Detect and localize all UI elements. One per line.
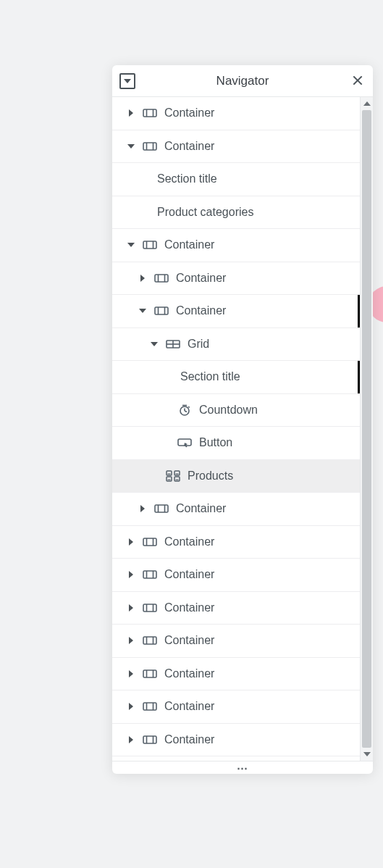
tree-row-label: Container [164, 140, 214, 153]
tree-row[interactable]: Grid [112, 328, 360, 362]
scrollbar[interactable] [360, 97, 373, 761]
panel-header: Navigator [112, 65, 373, 97]
collapse-panel-button[interactable] [119, 73, 135, 89]
tree-row[interactable]: Container [112, 295, 360, 328]
tree-row-label: Button [199, 436, 232, 449]
tree-row[interactable]: Products [112, 460, 360, 493]
element-tree: ContainerContainerSection titleProduct c… [112, 97, 360, 761]
tree-row[interactable]: Container [112, 97, 360, 130]
tree-row-label: Products [188, 470, 233, 483]
container-icon [143, 239, 157, 251]
container-icon [143, 668, 157, 680]
container-icon [143, 569, 157, 580]
tree-row-label: Container [176, 304, 226, 317]
tree-row-label: Container [164, 700, 214, 713]
container-icon [154, 503, 169, 514]
tree-row[interactable]: Container [112, 493, 360, 526]
tree-row-label: Section title [180, 370, 240, 383]
tree-row[interactable]: Countdown [112, 394, 360, 427]
tree-row[interactable]: Container [112, 592, 360, 625]
tree-row[interactable]: Container [112, 658, 360, 691]
tree-row-label: Product categories [157, 206, 253, 219]
panel-title: Navigator [135, 74, 350, 88]
scroll-up-icon[interactable] [361, 97, 373, 110]
resize-handle[interactable]: ⋯ [112, 761, 373, 774]
tree-row-label: Container [164, 667, 214, 680]
tree-row[interactable]: Container [112, 559, 360, 592]
container-icon [143, 107, 157, 119]
tree-row-label: Container [164, 107, 214, 120]
tree-row[interactable]: Container [112, 690, 360, 724]
close-icon[interactable] [350, 73, 366, 89]
navigator-panel: Navigator ContainerContainerSection titl… [112, 65, 373, 774]
tree-row[interactable]: Button [112, 427, 360, 460]
tree-row[interactable]: Section title [112, 163, 360, 196]
caret-down-icon[interactable] [127, 241, 135, 249]
caret-right-icon[interactable] [127, 636, 135, 645]
container-icon [154, 272, 169, 284]
tree-row[interactable]: Container [112, 130, 360, 164]
tree-row[interactable]: Section title [112, 361, 360, 394]
container-icon [154, 305, 169, 317]
tree-wrap: ContainerContainerSection titleProduct c… [112, 97, 373, 761]
tree-row[interactable]: Container [112, 229, 360, 262]
caret-right-icon[interactable] [127, 109, 135, 117]
tree-row-label: Container [176, 502, 226, 515]
tree-row-label: Countdown [199, 404, 258, 417]
container-icon [143, 536, 157, 548]
resize-handle-glyph: ⋯ [237, 761, 249, 775]
caret-right-icon[interactable] [138, 274, 147, 283]
caret-right-icon[interactable] [127, 538, 135, 546]
caret-right-icon[interactable] [127, 735, 135, 744]
scroll-thumb[interactable] [362, 110, 371, 748]
tree-row-label: Container [164, 634, 214, 647]
container-icon [143, 734, 157, 746]
container-icon [143, 635, 157, 646]
tree-row[interactable]: Container [112, 724, 360, 757]
caret-down-icon[interactable] [138, 306, 147, 315]
caret-down-icon[interactable] [127, 142, 135, 151]
caret-right-icon[interactable] [127, 570, 135, 579]
tree-row-label: Grid [188, 338, 209, 351]
caret-right-icon[interactable] [127, 604, 135, 612]
caret-down-icon[interactable] [150, 340, 159, 349]
tree-row[interactable]: Product categories [112, 196, 360, 230]
tree-row-label: Container [176, 272, 226, 285]
tree-row[interactable]: Container [112, 262, 360, 296]
tree-row-label: Container [164, 238, 214, 251]
scroll-down-icon[interactable] [361, 748, 373, 761]
tree-row-label: Container [164, 568, 214, 581]
countdown-icon [177, 404, 192, 416]
container-icon [143, 141, 157, 152]
tree-row-label: Container [164, 733, 214, 746]
container-icon [143, 602, 157, 614]
tree-row[interactable]: Container [112, 526, 360, 559]
tree-row[interactable]: Container [112, 625, 360, 658]
caret-right-icon[interactable] [127, 669, 135, 678]
tree-row-label: Container [164, 535, 214, 548]
tree-row-label: Section title [157, 172, 217, 185]
caret-right-icon[interactable] [127, 702, 135, 711]
grid-icon [166, 338, 180, 350]
products-icon [166, 470, 180, 482]
button-icon [177, 437, 192, 448]
container-icon [143, 701, 157, 712]
caret-right-icon[interactable] [138, 504, 147, 513]
tree-row-label: Container [164, 601, 214, 614]
